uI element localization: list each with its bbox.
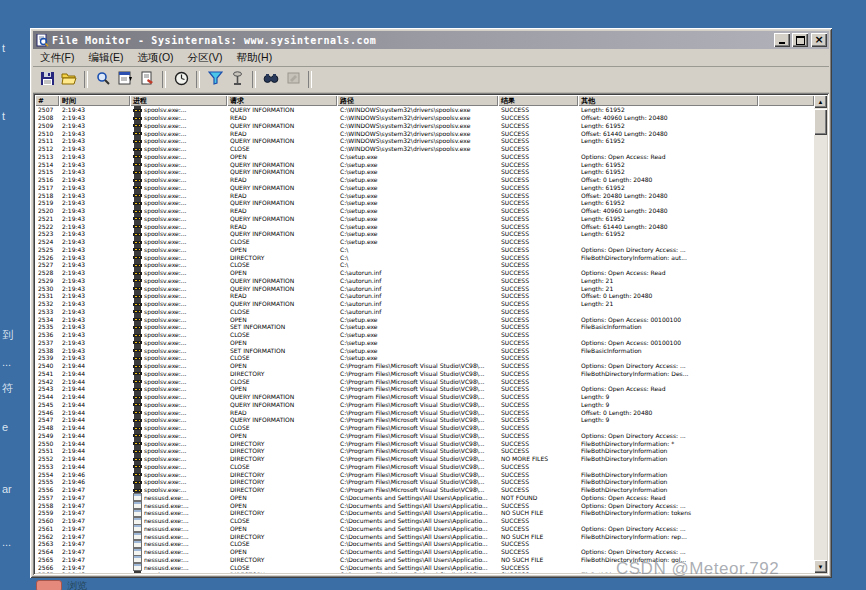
scroll-thumb[interactable] (814, 109, 827, 135)
cell-time: 2:19:44 (59, 393, 130, 400)
event-row[interactable]: 25432:19:44spoolsv.exe:...OPENC:\Program… (35, 385, 814, 393)
clear-icon (140, 71, 155, 89)
menu-item-0[interactable]: 文件(F) (33, 50, 81, 66)
event-row[interactable]: 25112:19:43spoolsv.exe:...QUERY INFORMAT… (35, 137, 814, 145)
event-row[interactable]: 25162:19:43spoolsv.exe:...READC:\setup.e… (35, 176, 814, 184)
cell-seq: 2542 (35, 378, 59, 385)
event-row[interactable]: 25122:19:43spoolsv.exe:...CLOSEC:\WINDOW… (35, 145, 814, 153)
column-header-4[interactable]: 路径 (337, 95, 498, 106)
cell-time: 2:19:43 (59, 331, 130, 338)
event-row[interactable]: 25212:19:43spoolsv.exe:...QUERY INFORMAT… (35, 215, 814, 223)
event-row[interactable]: 25452:19:44spoolsv.exe:...QUERY INFORMAT… (35, 401, 814, 409)
event-row[interactable]: 25592:19:47nessusd.exe:...DIRECTORYC:\Do… (35, 509, 814, 517)
event-row[interactable]: 25502:19:44spoolsv.exe:...DIRECTORYC:\Pr… (35, 439, 814, 447)
event-row[interactable]: 25252:19:43spoolsv.exe:...OPENC:\SUCCESS… (35, 246, 814, 254)
toolbar-history-depth-button[interactable] (226, 70, 248, 90)
toolbar-capture-button[interactable] (92, 70, 114, 90)
event-row[interactable]: 25222:19:43spoolsv.exe:...READC:\setup.e… (35, 222, 814, 230)
event-row[interactable]: 25532:19:44spoolsv.exe:...CLOSEC:\Progra… (35, 463, 814, 471)
toolbar-filter-button[interactable] (204, 70, 226, 90)
event-row[interactable]: 25372:19:43spoolsv.exe:...OPENC:\setup.e… (35, 339, 814, 347)
cell-other: FileBothDirectoryInformation (578, 478, 758, 485)
event-row[interactable]: 25392:19:43spoolsv.exe:...CLOSEC:\setup.… (35, 354, 814, 362)
event-row[interactable]: 25232:19:43spoolsv.exe:...QUERY INFORMAT… (35, 230, 814, 238)
event-row[interactable]: 25302:19:43spoolsv.exe:...QUERY INFORMAT… (35, 284, 814, 292)
event-row[interactable]: 25562:19:47spoolsv.exe:...DIRECTORYC:\Pr… (35, 486, 814, 494)
event-row[interactable]: 25522:19:44spoolsv.exe:...DIRECTORYC:\Pr… (35, 455, 814, 463)
vertical-scrollbar[interactable]: ▲ ▼ (814, 95, 827, 573)
event-row[interactable]: 25422:19:44spoolsv.exe:...CLOSEC:\Progra… (35, 377, 814, 385)
event-row[interactable]: 25512:19:44spoolsv.exe:...DIRECTORYC:\Pr… (35, 447, 814, 455)
event-row[interactable]: 25472:19:44spoolsv.exe:...QUERY INFORMAT… (35, 416, 814, 424)
title-bar[interactable]: File Monitor - Sysinternals: www.sysinte… (33, 31, 829, 49)
event-row[interactable]: 25482:19:44spoolsv.exe:...CLOSEC:\Progra… (35, 424, 814, 432)
event-row[interactable]: 25612:19:47nessusd.exe:...OPENC:\Documen… (35, 525, 814, 533)
cell-request: QUERY INFORMATION (227, 106, 337, 113)
event-row[interactable]: 25462:19:44spoolsv.exe:...READC:\Program… (35, 408, 814, 416)
event-row[interactable]: 25542:19:46spoolsv.exe:...DIRECTORYC:\Pr… (35, 470, 814, 478)
toolbar-clear-button[interactable] (136, 70, 158, 90)
menu-item-2[interactable]: 选项(O) (130, 50, 180, 66)
event-row[interactable]: 25082:19:43spoolsv.exe:...READC:\WINDOWS… (35, 114, 814, 122)
toolbar-highlight-button[interactable] (282, 70, 304, 90)
cell-path: C:\setup.exe (337, 153, 498, 160)
event-row[interactable]: 25342:19:43spoolsv.exe:...OPENC:\setup.e… (35, 315, 814, 323)
event-row[interactable]: 25412:19:44spoolsv.exe:...DIRECTORYC:\Pr… (35, 370, 814, 378)
event-row[interactable]: 25492:19:44spoolsv.exe:...OPENC:\Program… (35, 432, 814, 440)
event-row[interactable]: 25272:19:43spoolsv.exe:...CLOSEC:\SUCCES… (35, 261, 814, 269)
menu-item-1[interactable]: 编辑(E) (81, 50, 130, 66)
cell-request: READ (227, 409, 337, 416)
event-row[interactable]: 25102:19:43spoolsv.exe:...READC:\WINDOWS… (35, 129, 814, 137)
event-row[interactable]: 25262:19:43spoolsv.exe:...DIRECTORYC:\SU… (35, 253, 814, 261)
event-row[interactable]: 25142:19:43spoolsv.exe:...QUERY INFORMAT… (35, 160, 814, 168)
event-row[interactable]: 25572:19:47nessusd.exe:...OPENC:\Documen… (35, 494, 814, 502)
column-header-0[interactable]: # (35, 95, 59, 106)
event-row[interactable]: 25602:19:47nessusd.exe:...CLOSEC:\Docume… (35, 517, 814, 525)
event-row[interactable]: 25442:19:44spoolsv.exe:...QUERY INFORMAT… (35, 393, 814, 401)
toolbar-open-button[interactable] (58, 70, 80, 90)
event-row[interactable]: 25402:19:44spoolsv.exe:...OPENC:\Program… (35, 362, 814, 370)
event-row[interactable]: 25152:19:43spoolsv.exe:...QUERY INFORMAT… (35, 168, 814, 176)
event-row[interactable]: 25182:19:43spoolsv.exe:...READC:\setup.e… (35, 191, 814, 199)
event-row[interactable]: 25382:19:43spoolsv.exe:...SET INFORMATIO… (35, 346, 814, 354)
event-row[interactable]: 25202:19:43spoolsv.exe:...READC:\setup.e… (35, 207, 814, 215)
event-row[interactable]: 25352:19:43spoolsv.exe:...SET INFORMATIO… (35, 323, 814, 331)
scroll-down-button[interactable]: ▼ (814, 560, 827, 573)
column-header-3[interactable]: 请求 (227, 95, 337, 106)
column-header-6[interactable]: 其他 (578, 95, 758, 106)
event-row[interactable]: 25322:19:43spoolsv.exe:...QUERY INFORMAT… (35, 300, 814, 308)
event-row[interactable]: 25172:19:43spoolsv.exe:...QUERY INFORMAT… (35, 184, 814, 192)
cell-result: SUCCESS (498, 176, 578, 183)
toolbar-clock-button[interactable] (170, 70, 192, 90)
event-row[interactable]: 25332:19:43spoolsv.exe:...CLOSEC:\autoru… (35, 308, 814, 316)
event-row[interactable]: 25622:19:47nessusd.exe:...DIRECTORYC:\Do… (35, 532, 814, 540)
event-row[interactable]: 25292:19:43spoolsv.exe:...QUERY INFORMAT… (35, 277, 814, 285)
event-row[interactable]: 25632:19:47nessusd.exe:...CLOSEC:\Docume… (35, 540, 814, 548)
process-name: nessusd.exe:... (144, 517, 189, 524)
event-row[interactable]: 25312:19:43spoolsv.exe:...READC:\autorun… (35, 292, 814, 300)
minimize-button[interactable] (774, 33, 790, 47)
toolbar-find-button[interactable] (260, 70, 282, 90)
maximize-button[interactable] (792, 33, 808, 47)
toolbar-autoscroll-button[interactable] (114, 70, 136, 90)
event-row[interactable]: 25282:19:43spoolsv.exe:...OPENC:\autorun… (35, 269, 814, 277)
event-row[interactable]: 25072:19:43spoolsv.exe:...QUERY INFORMAT… (35, 106, 814, 114)
cell-time: 2:19:44 (59, 401, 130, 408)
cell-request: CLOSE (227, 308, 337, 315)
event-row[interactable]: 25552:19:46spoolsv.exe:...DIRECTORYC:\Pr… (35, 478, 814, 486)
column-header-5[interactable]: 结果 (498, 95, 578, 106)
event-row[interactable]: 25582:19:47nessusd.exe:...OPENC:\Documen… (35, 501, 814, 509)
column-header-2[interactable]: 进程 (130, 95, 227, 106)
event-row[interactable]: 25242:19:43spoolsv.exe:...CLOSEC:\setup.… (35, 238, 814, 246)
scroll-up-button[interactable]: ▲ (814, 95, 827, 108)
toolbar-save-button[interactable] (36, 70, 58, 90)
menu-item-3[interactable]: 分区(V) (181, 50, 230, 66)
close-button[interactable]: × (811, 33, 827, 47)
menu-item-4[interactable]: 帮助(H) (230, 50, 280, 66)
event-row[interactable]: 25132:19:43spoolsv.exe:...OPENC:\setup.e… (35, 153, 814, 161)
column-header-1[interactable]: 时间 (59, 95, 130, 106)
event-row[interactable]: 25092:19:43spoolsv.exe:...QUERY INFORMAT… (35, 122, 814, 130)
event-row[interactable]: 25362:19:43spoolsv.exe:...CLOSEC:\setup.… (35, 331, 814, 339)
event-row[interactable]: 25642:19:47nessusd.exe:...OPENC:\Documen… (35, 548, 814, 556)
event-row[interactable]: 25192:19:43spoolsv.exe:...QUERY INFORMAT… (35, 199, 814, 207)
